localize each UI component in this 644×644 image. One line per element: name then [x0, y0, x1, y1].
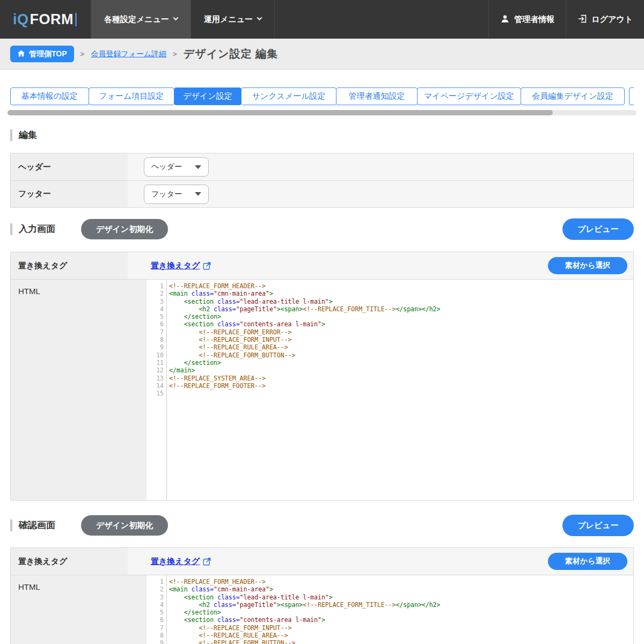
input-screen-table: 置き換えタグ 置き換えタグ 素材から選択 HTML 12345678910111… [10, 252, 634, 501]
header-footer-table: ヘッダー ヘッダー フッター フッター [10, 153, 634, 208]
menu-settings-label: 各種設定メニュー [104, 14, 169, 25]
input-replace-tag-label: 置き換えタグ [11, 252, 128, 279]
logo-text-form: FORM [30, 11, 74, 28]
input-replace-tag-value: 置き換えタグ 素材から選択 [128, 252, 633, 279]
breadcrumb-home-button[interactable]: 管理側TOP [10, 46, 74, 62]
external-link-icon [203, 261, 211, 270]
tab-member-edit-design[interactable]: 会員編集デザイン設定 [521, 87, 625, 105]
tab-mypage-design[interactable]: マイページデザイン設定 [417, 87, 521, 105]
breadcrumb-separator: > [173, 50, 177, 58]
replace-tag-link-text: 置き換えタグ [151, 261, 200, 271]
tab-admin-notice[interactable]: 管理者通知設定 [336, 87, 418, 105]
table-row: HTML 123456789101112131415 <!--REPLACE_F… [11, 279, 633, 500]
tab-overflow-stub[interactable] [629, 87, 634, 105]
chevron-down-icon [257, 15, 262, 20]
breadcrumb: 管理側TOP > 会員登録フォーム詳細 > デザイン設定 編集 [0, 39, 644, 70]
caret-down-icon [195, 165, 201, 169]
confirm-replace-tag-link[interactable]: 置き換えタグ [151, 557, 211, 567]
confirm-material-select-button[interactable]: 素材から選択 [548, 553, 627, 570]
footer-row-label: フッター [11, 181, 128, 207]
home-icon [17, 49, 25, 59]
user-icon [500, 14, 510, 25]
settings-tabs: 基本情報の設定 フォーム項目設定 デザイン設定 サンクスメール設定 管理者通知設… [10, 87, 634, 105]
logo-accent-bar [75, 13, 77, 26]
page-title: デザイン設定 編集 [184, 47, 278, 61]
input-html-code-editor[interactable]: 123456789101112131415 <!--REPLACE_FORM_H… [147, 280, 633, 500]
tab-basic-info[interactable]: 基本情報の設定 [10, 87, 89, 105]
logout-button[interactable]: ログアウト [566, 0, 644, 39]
table-row: 置き換えタグ 置き換えタグ 素材から選択 [11, 252, 633, 279]
topbar-right-group: 管理者情報 ログアウト [488, 0, 644, 39]
header-select[interactable]: ヘッダー [144, 157, 209, 177]
tab-form-fields[interactable]: フォーム項目設定 [89, 87, 174, 105]
menu-settings[interactable]: 各種設定メニュー [91, 0, 191, 39]
input-screen-section-header: 入力画面 デザイン初期化 プレビュー [10, 218, 634, 240]
logo-text-iq: iQ [13, 11, 29, 28]
table-row: HTML 123456789 <!--REPLACE_FORM_HEADER--… [11, 575, 633, 644]
replace-tag-link-text: 置き換えタグ [151, 557, 200, 567]
tab-thanks-mail[interactable]: サンクスメール設定 [241, 87, 336, 105]
confirm-screen-heading: 確認画面 [10, 519, 55, 531]
menu-operation-label: 運用メニュー [204, 14, 253, 25]
code-lines: <!--REPLACE_FORM_HEADER--><main class="c… [167, 280, 633, 500]
footer-select[interactable]: フッター [144, 185, 209, 204]
table-row: ヘッダー ヘッダー [11, 153, 633, 180]
confirm-design-reset-button[interactable]: デザイン初期化 [81, 515, 168, 536]
header-select-value: ヘッダー [151, 162, 182, 172]
breadcrumb-form-detail-link[interactable]: 会員登録フォーム詳細 [91, 49, 166, 59]
input-screen-heading: 入力画面 [10, 223, 55, 235]
confirm-replace-tag-value: 置き換えタグ 素材から選択 [128, 548, 633, 575]
line-numbers: 123456789101112131415 [147, 280, 167, 500]
tabs-scrollbar-track[interactable] [8, 110, 636, 115]
input-html-value: 123456789101112131415 <!--REPLACE_FORM_H… [128, 280, 633, 500]
external-link-icon [203, 557, 211, 566]
breadcrumb-separator: > [80, 50, 85, 58]
breadcrumb-home-label: 管理側TOP [29, 49, 67, 59]
table-row: フッター フッター [11, 180, 633, 207]
confirm-preview-button[interactable]: プレビュー [562, 515, 634, 536]
menu-operation[interactable]: 運用メニュー [191, 0, 275, 39]
footer-select-value: フッター [151, 189, 182, 199]
edit-section-heading: 編集 [10, 129, 634, 141]
input-material-select-button[interactable]: 素材から選択 [548, 257, 627, 274]
confirm-replace-tag-label: 置き換えタグ [11, 548, 128, 575]
confirm-html-code-editor[interactable]: 123456789 <!--REPLACE_FORM_HEADER--><mai… [147, 575, 633, 644]
logout-label: ログアウト [591, 14, 633, 25]
confirm-html-value: 123456789 <!--REPLACE_FORM_HEADER--><mai… [128, 575, 633, 644]
top-navigation-bar: iQFORM 各種設定メニュー 運用メニュー 管理者情報 ログアウト [0, 0, 644, 39]
confirm-html-label: HTML [11, 575, 128, 644]
tabs-scrollbar-thumb[interactable] [8, 110, 553, 115]
confirm-screen-table: 置き換えタグ 置き換えタグ 素材から選択 HTML 123456789 <!--… [10, 547, 634, 644]
confirm-screen-section-header: 確認画面 デザイン初期化 プレビュー [10, 515, 634, 536]
input-html-label: HTML [11, 280, 128, 500]
header-row-label: ヘッダー [11, 153, 128, 180]
input-replace-tag-link[interactable]: 置き換えタグ [151, 261, 211, 271]
logout-icon [577, 14, 587, 25]
code-lines: <!--REPLACE_FORM_HEADER--><main class="c… [167, 575, 633, 644]
input-preview-button[interactable]: プレビュー [562, 218, 634, 240]
line-numbers: 123456789 [147, 575, 167, 644]
input-design-reset-button[interactable]: デザイン初期化 [81, 219, 168, 239]
tab-design[interactable]: デザイン設定 [174, 87, 241, 105]
main-content: 基本情報の設定 フォーム項目設定 デザイン設定 サンクスメール設定 管理者通知設… [0, 87, 644, 644]
footer-row-value: フッター [128, 181, 633, 207]
admin-info-label: 管理者情報 [514, 14, 554, 25]
header-row-value: ヘッダー [128, 153, 633, 180]
admin-info-button[interactable]: 管理者情報 [488, 0, 566, 39]
caret-down-icon [195, 192, 201, 196]
table-row: 置き換えタグ 置き換えタグ 素材から選択 [11, 548, 633, 575]
chevron-down-icon [173, 15, 179, 20]
app-logo: iQFORM [0, 0, 91, 39]
